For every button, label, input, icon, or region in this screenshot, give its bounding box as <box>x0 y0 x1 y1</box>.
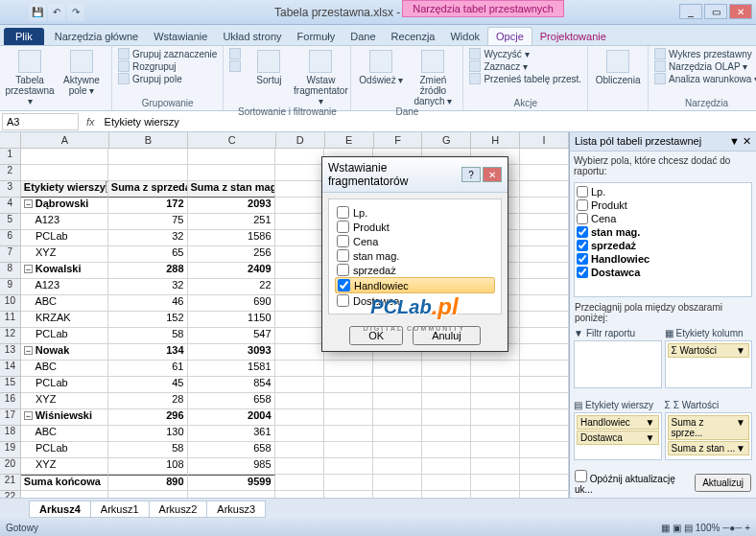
table-cell[interactable]: 46 <box>108 295 188 312</box>
col-header[interactable]: D <box>276 132 325 148</box>
table-cell[interactable]: 58 <box>108 442 188 458</box>
table-cell[interactable]: 45 <box>108 377 188 393</box>
olap-tools-button[interactable]: Narzędzia OLAP ▾ <box>654 60 756 72</box>
table-cell[interactable]: 658 <box>188 442 275 458</box>
rows-area[interactable]: Handlowiec▼Dostawca▼ <box>574 412 662 460</box>
pivot-field-checkbox[interactable]: stan mag. <box>577 225 749 239</box>
refresh-button[interactable]: Odśwież ▾ <box>357 48 405 85</box>
group-field-button[interactable]: Grupuj pole <box>118 73 217 84</box>
table-cell[interactable]: PCLab <box>21 442 108 458</box>
sort-za-button[interactable] <box>229 60 241 72</box>
table-cell[interactable]: 32 <box>108 279 188 295</box>
sort-button[interactable]: Sortuj <box>245 48 293 85</box>
slicer-field-option[interactable]: Produkt <box>335 220 495 234</box>
table-cell[interactable]: 28 <box>108 393 188 409</box>
area-item[interactable]: Suma z sprze...▼ <box>668 415 750 440</box>
cols-area[interactable]: Σ Wartości▼ <box>665 340 753 388</box>
sort-az-button[interactable] <box>229 48 241 59</box>
table-cell[interactable] <box>108 491 188 498</box>
table-cell[interactable]: 152 <box>108 312 188 328</box>
col-header[interactable]: H <box>471 132 520 148</box>
col-header[interactable] <box>0 132 21 148</box>
col-header[interactable]: A <box>21 132 108 148</box>
close-button[interactable]: ✕ <box>729 4 752 19</box>
tab-formulas[interactable]: Formuły <box>290 28 343 45</box>
table-cell[interactable]: 108 <box>108 458 188 475</box>
pivot-field-checkbox[interactable]: Cena <box>577 212 749 225</box>
pivot-field-checkbox[interactable]: Produkt <box>577 198 749 212</box>
table-cell[interactable]: 251 <box>188 214 275 230</box>
table-cell[interactable]: 2004 <box>188 409 275 426</box>
table-cell[interactable]: 1586 <box>188 230 275 246</box>
table-cell[interactable]: A123 <box>21 214 108 230</box>
col-header[interactable]: G <box>422 132 471 148</box>
table-cell[interactable]: 32 <box>108 230 188 246</box>
undo-icon[interactable]: ↶ <box>48 4 65 21</box>
table-cell[interactable]: 3093 <box>188 344 275 361</box>
area-item[interactable]: Handlowiec▼ <box>577 415 659 430</box>
select-button[interactable]: Zaznacz ▾ <box>469 60 581 72</box>
sheet-tab-2[interactable]: Arkusz1 <box>90 501 150 518</box>
slicer-field-option[interactable]: sprzedaż <box>335 263 495 277</box>
sheet-tab-1[interactable]: Arkusz4 <box>29 501 91 518</box>
table-cell[interactable]: ABC <box>21 426 108 442</box>
file-tab[interactable]: Plik <box>4 28 44 45</box>
pivot-field-checkbox[interactable]: sprzedaż <box>577 239 749 252</box>
table-cell[interactable] <box>21 491 108 498</box>
filter-area[interactable] <box>574 340 662 388</box>
col-header[interactable]: B <box>109 132 189 148</box>
table-cell[interactable]: ABC <box>21 295 108 312</box>
redo-icon[interactable]: ↷ <box>67 4 84 21</box>
table-cell[interactable]: 985 <box>188 458 275 475</box>
table-cell[interactable]: 690 <box>188 295 275 312</box>
insert-slicer-button[interactable]: Wstaw fragmentator ▾ <box>296 48 344 106</box>
col-header[interactable]: C <box>188 132 275 148</box>
table-cell[interactable]: 890 <box>108 475 188 491</box>
change-source-button[interactable]: Zmień źródło danych ▾ <box>409 48 457 106</box>
tab-data[interactable]: Dane <box>343 28 383 45</box>
table-cell[interactable]: 288 <box>108 263 188 279</box>
table-cell[interactable]: Suma końcowa <box>21 475 108 491</box>
group-selection-button[interactable]: Grupuj zaznaczenie <box>118 48 217 59</box>
table-cell[interactable]: −Kowalski <box>21 263 108 279</box>
ungroup-button[interactable]: Rozgrupuj <box>118 60 217 72</box>
defer-update-checkbox[interactable]: Opóźnij aktualizację uk... <box>575 470 695 495</box>
table-cell[interactable]: 75 <box>108 214 188 230</box>
table-cell[interactable]: XYZ <box>21 458 108 475</box>
area-item[interactable]: Σ Wartości▼ <box>668 343 750 358</box>
zoom-level[interactable]: ▦ ▣ ▤ 100% ─●─ + <box>661 523 750 533</box>
table-cell[interactable]: 172 <box>108 198 188 214</box>
table-cell[interactable]: 65 <box>108 246 188 263</box>
area-item[interactable]: Suma z stan ...▼ <box>668 441 750 455</box>
whatif-button[interactable]: Analiza warunkowa ▾ <box>654 73 756 84</box>
table-cell[interactable]: −Wiśniewski <box>21 409 108 426</box>
name-box[interactable]: A3 <box>2 113 79 130</box>
active-field-button[interactable]: Aktywne pole ▾ <box>58 48 106 96</box>
table-cell[interactable]: ABC <box>21 361 108 377</box>
vals-area[interactable]: Suma z sprze...▼Suma z stan ...▼ <box>665 412 753 460</box>
fx-label[interactable]: fx <box>81 116 101 128</box>
minimize-button[interactable]: _ <box>679 4 702 19</box>
pivot-chart-button[interactable]: Wykres przestawny <box>654 48 756 59</box>
table-cell[interactable]: PCLab <box>21 377 108 393</box>
pivot-field-checkbox[interactable]: Handlowiec <box>577 252 749 266</box>
formula-content[interactable]: Etykiety wierszy <box>101 114 183 129</box>
table-cell[interactable]: A123 <box>21 279 108 295</box>
field-list-fields[interactable]: Lp. Produkt Cena stan mag. sprzedaż Hand… <box>574 182 752 297</box>
field-list-close-icon[interactable]: ▼ ✕ <box>729 135 751 148</box>
table-cell[interactable]: 134 <box>108 344 188 361</box>
pivot-field-checkbox[interactable]: Lp. <box>577 185 749 198</box>
table-cell[interactable]: 1581 <box>188 361 275 377</box>
tab-home[interactable]: Narzędzia główne <box>47 28 146 45</box>
tab-view[interactable]: Widok <box>442 28 487 45</box>
dialog-close-button[interactable]: ✕ <box>483 167 502 182</box>
table-cell[interactable]: −Dąbrowski <box>21 198 108 214</box>
pivot-table-button[interactable]: Tabela przestawna ▾ <box>6 48 54 106</box>
table-cell[interactable]: PCLab <box>21 328 108 344</box>
table-cell[interactable]: 361 <box>188 426 275 442</box>
table-cell[interactable]: 9599 <box>188 475 275 491</box>
table-cell[interactable]: −Nowak <box>21 344 108 361</box>
table-cell[interactable]: 854 <box>188 377 275 393</box>
tab-options[interactable]: Opcje <box>487 27 532 45</box>
table-cell[interactable]: 2409 <box>188 263 275 279</box>
